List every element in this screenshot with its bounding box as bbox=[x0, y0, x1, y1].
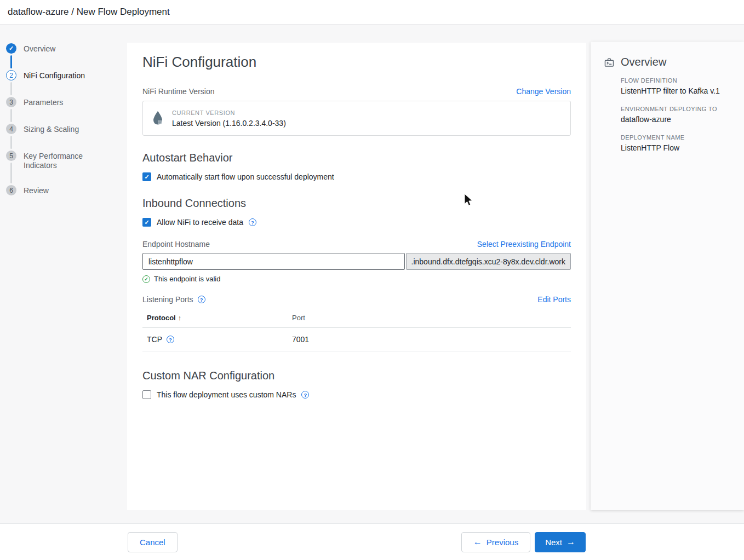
allow-receive-checkbox-row: ✓ Allow NiFi to receive data ? bbox=[142, 218, 571, 227]
stepper-connector bbox=[10, 82, 12, 95]
top-bar: dataflow-azure / New Flow Deployment bbox=[0, 0, 744, 25]
step-number: 3 bbox=[6, 97, 16, 107]
arrow-left-icon: ← bbox=[473, 537, 482, 547]
summary-header: Overview bbox=[604, 56, 733, 68]
step-number-text: 3 bbox=[9, 99, 13, 106]
protocol-header-label: Protocol bbox=[147, 314, 176, 322]
table-row: TCP ? 7001 bbox=[142, 328, 571, 351]
previous-button[interactable]: ← Previous bbox=[461, 532, 530, 552]
deployment-name-value: ListenHTTP Flow bbox=[621, 143, 733, 152]
listening-ports-help-icon[interactable]: ? bbox=[198, 296, 205, 303]
runtime-version-label: NiFi Runtime Version bbox=[142, 87, 215, 96]
allow-receive-checkbox[interactable]: ✓ bbox=[142, 218, 151, 227]
stepper-item-review[interactable]: 6 Review bbox=[6, 185, 127, 212]
stepper-connector bbox=[10, 109, 12, 122]
stepper-item-parameters[interactable]: 3 Parameters bbox=[6, 97, 127, 124]
cancel-button-label: Cancel bbox=[140, 538, 165, 547]
endpoint-hostname-row: Endpoint Hostname Select Preexisting End… bbox=[142, 240, 571, 249]
custom-nar-heading: Custom NAR Configuration bbox=[142, 370, 571, 382]
page-title: NiFi Configuration bbox=[142, 54, 571, 71]
select-preexisting-endpoint-link[interactable]: Select Preexisting Endpoint bbox=[477, 240, 571, 249]
autostart-heading: Autostart Behavior bbox=[142, 152, 571, 164]
environment-field: ENVIRONMENT DEPLOYING TO dataflow-azure bbox=[621, 106, 733, 124]
current-version-value: Latest Version (1.16.0.2.3.4.0-33) bbox=[172, 119, 286, 128]
custom-nar-checkbox-label: This flow deployment uses custom NARs bbox=[157, 390, 296, 399]
breadcrumb[interactable]: dataflow-azure / New Flow Deployment bbox=[8, 7, 170, 18]
stepper-label: Review bbox=[24, 185, 49, 212]
arrow-right-icon: → bbox=[566, 537, 575, 547]
listening-ports-table: Protocol↑ Port TCP ? 7001 bbox=[142, 308, 571, 351]
step-number: 6 bbox=[6, 185, 16, 195]
next-button-label: Next bbox=[545, 538, 562, 547]
flow-definition-label: FLOW DEFINITION bbox=[621, 77, 733, 84]
port-header-label: Port bbox=[292, 314, 305, 322]
ports-table-header-row: Protocol↑ Port bbox=[142, 308, 571, 328]
hostname-suffix: .inbound.dfx.dtefgqis.xcu2-8y8x.dev.cldr… bbox=[406, 253, 571, 270]
port-column-header[interactable]: Port bbox=[288, 308, 571, 328]
allow-receive-help-icon[interactable]: ? bbox=[249, 218, 256, 226]
stepper-label: Sizing & Scaling bbox=[24, 124, 79, 151]
stepper-item-nifi-configuration[interactable]: 2 NiFi Configuration bbox=[6, 70, 127, 97]
flow-definition-field: FLOW DEFINITION ListenHTTP filter to Kaf… bbox=[621, 77, 733, 95]
environment-value: dataflow-azure bbox=[621, 115, 733, 124]
stepper-item-kpi[interactable]: 5 Key Performance Indicators bbox=[6, 151, 127, 185]
flow-definition-value: ListenHTTP filter to Kafka v.1 bbox=[621, 86, 733, 95]
overview-summary-panel: Overview FLOW DEFINITION ListenHTTP filt… bbox=[591, 42, 744, 510]
check-icon: ✓ bbox=[9, 45, 14, 52]
valid-check-icon: ✓ bbox=[142, 275, 150, 283]
check-icon: ✓ bbox=[144, 174, 149, 181]
stepper-label: Key Performance Indicators bbox=[24, 151, 101, 185]
runtime-version-row: NiFi Runtime Version Change Version bbox=[142, 87, 571, 96]
edit-ports-link[interactable]: Edit Ports bbox=[537, 295, 571, 304]
deployment-briefcase-icon bbox=[604, 57, 615, 68]
custom-nar-checkbox[interactable] bbox=[142, 390, 151, 399]
step-complete-icon: ✓ bbox=[6, 43, 16, 54]
stepper-rail: ✓ bbox=[6, 43, 16, 70]
stepper-item-sizing-scaling[interactable]: 4 Sizing & Scaling bbox=[6, 124, 127, 151]
nifi-configuration-panel: NiFi Configuration NiFi Runtime Version … bbox=[127, 43, 586, 510]
step-number-text: 2 bbox=[9, 72, 13, 79]
endpoint-valid-message: This endpoint is valid bbox=[154, 275, 220, 283]
cancel-button[interactable]: Cancel bbox=[128, 532, 178, 552]
step-number-text: 4 bbox=[9, 125, 13, 133]
autostart-checkbox[interactable]: ✓ bbox=[142, 172, 151, 181]
hostname-input-group: .inbound.dfx.dtefgqis.xcu2-8y8x.dev.cldr… bbox=[142, 253, 571, 270]
current-version-card: CURRENT VERSION Latest Version (1.16.0.2… bbox=[142, 101, 571, 136]
custom-nar-help-icon[interactable]: ? bbox=[301, 391, 309, 399]
stepper-rail: 4 bbox=[6, 124, 16, 151]
footer-nav-buttons: ← Previous Next → bbox=[461, 532, 586, 552]
stepper-rail: 3 bbox=[6, 97, 16, 124]
stepper-item-overview[interactable]: ✓ Overview bbox=[6, 43, 127, 70]
next-button[interactable]: Next → bbox=[535, 532, 586, 552]
sort-asc-icon[interactable]: ↑ bbox=[178, 314, 182, 322]
current-version-info: CURRENT VERSION Latest Version (1.16.0.2… bbox=[172, 109, 286, 128]
protocol-help-icon[interactable]: ? bbox=[167, 336, 174, 343]
inbound-connections-heading: Inbound Connections bbox=[142, 197, 571, 210]
new-flow-deployment-page: dataflow-azure / New Flow Deployment ✓ O… bbox=[0, 0, 744, 560]
step-number: 2 bbox=[6, 70, 16, 80]
protocol-value: TCP bbox=[147, 335, 162, 344]
endpoint-hostname-label: Endpoint Hostname bbox=[142, 240, 210, 249]
listening-ports-label: Listening Ports bbox=[142, 295, 193, 304]
listening-ports-row: Listening Ports ? Edit Ports bbox=[142, 295, 571, 304]
change-version-link[interactable]: Change Version bbox=[516, 87, 571, 96]
previous-button-label: Previous bbox=[487, 538, 518, 547]
stepper-rail: 6 bbox=[6, 185, 16, 212]
protocol-column-header[interactable]: Protocol↑ bbox=[142, 308, 288, 328]
stepper-connector bbox=[10, 55, 12, 68]
stepper-connector bbox=[10, 163, 12, 183]
stepper-label: NiFi Configuration bbox=[24, 70, 85, 97]
endpoint-valid-row: ✓ This endpoint is valid bbox=[142, 275, 571, 283]
port-value: 7001 bbox=[288, 328, 571, 351]
stepper-label: Parameters bbox=[24, 97, 63, 124]
step-number: 5 bbox=[6, 151, 16, 161]
allow-receive-checkbox-label: Allow NiFi to receive data bbox=[157, 218, 243, 227]
summary-title: Overview bbox=[621, 56, 666, 68]
endpoint-hostname-input[interactable] bbox=[142, 253, 405, 270]
summary-fields: FLOW DEFINITION ListenHTTP filter to Kaf… bbox=[621, 77, 733, 152]
autostart-checkbox-label: Automatically start flow upon successful… bbox=[157, 172, 334, 181]
stepper-connector bbox=[10, 136, 12, 149]
deployment-name-label: DEPLOYMENT NAME bbox=[621, 134, 733, 141]
check-icon: ✓ bbox=[144, 219, 149, 226]
current-version-caption: CURRENT VERSION bbox=[172, 109, 286, 116]
